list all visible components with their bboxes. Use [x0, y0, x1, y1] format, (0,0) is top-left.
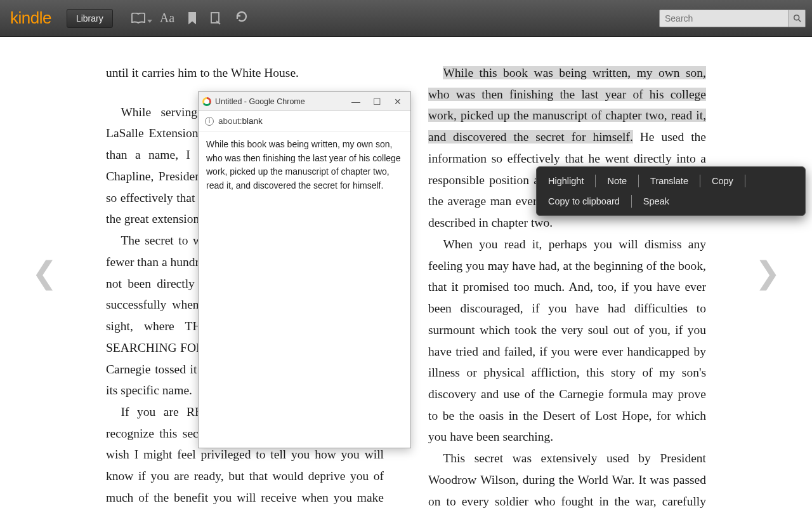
chrome-icon — [202, 97, 211, 106]
notebook-icon[interactable] — [210, 12, 221, 25]
browser-popup-window: Untitled - Google Chrome — ☐ ✕ i about:b… — [198, 91, 411, 448]
note-menu-item[interactable]: Note — [607, 175, 627, 187]
kindle-logo: kindle — [6, 8, 55, 28]
toolbar-icon-group: Aa — [131, 10, 248, 26]
prev-page-button[interactable]: ❮ — [32, 255, 57, 290]
paragraph: This secret was extensively used by Pres… — [428, 448, 706, 508]
sync-icon[interactable] — [235, 10, 248, 26]
selection-context-menu: Highlight Note Translate Copy Copy to cl… — [536, 166, 806, 216]
minimize-button[interactable]: — — [351, 97, 360, 107]
close-button[interactable]: ✕ — [394, 97, 402, 107]
font-settings-icon[interactable]: Aa — [160, 11, 174, 25]
popup-title-text: Untitled - Google Chrome — [215, 97, 305, 106]
menu-separator — [638, 175, 639, 187]
menu-separator — [631, 195, 632, 208]
maximize-button[interactable]: ☐ — [373, 97, 381, 107]
paragraph: When you read it, perhaps you will dismi… — [428, 234, 706, 448]
search-container — [659, 10, 806, 27]
menu-separator — [700, 175, 700, 187]
url-text: about:blank — [218, 116, 263, 126]
copy-to-clipboard-menu-item[interactable]: Copy to clipboard — [548, 195, 620, 208]
bookmark-icon[interactable] — [188, 12, 196, 25]
next-page-button[interactable]: ❯ — [755, 255, 780, 290]
speak-menu-item[interactable]: Speak — [643, 195, 669, 208]
search-icon — [793, 14, 802, 23]
app-toolbar: kindle Library Aa — [0, 0, 812, 37]
site-info-icon[interactable]: i — [205, 117, 214, 126]
copy-menu-item[interactable]: Copy — [712, 175, 733, 187]
search-input[interactable] — [659, 10, 789, 27]
window-controls: — ☐ ✕ — [351, 97, 407, 107]
library-button[interactable]: Library — [67, 9, 113, 28]
translate-menu-item[interactable]: Translate — [650, 175, 688, 187]
popup-address-bar[interactable]: i about:blank — [199, 111, 410, 131]
right-column: While this book was being written, my ow… — [428, 62, 706, 508]
menu-separator — [595, 175, 596, 187]
svg-point-1 — [794, 15, 799, 20]
popup-titlebar[interactable]: Untitled - Google Chrome — ☐ ✕ — [199, 92, 410, 111]
paragraph: until it carries him to the White House. — [106, 62, 384, 84]
highlight-menu-item[interactable]: Highlight — [548, 175, 584, 187]
toc-icon[interactable] — [131, 13, 146, 24]
menu-separator — [745, 175, 745, 187]
svg-line-2 — [798, 19, 801, 22]
search-button[interactable] — [789, 10, 806, 27]
popup-body-text: While this book was being written, my ow… — [199, 131, 410, 199]
